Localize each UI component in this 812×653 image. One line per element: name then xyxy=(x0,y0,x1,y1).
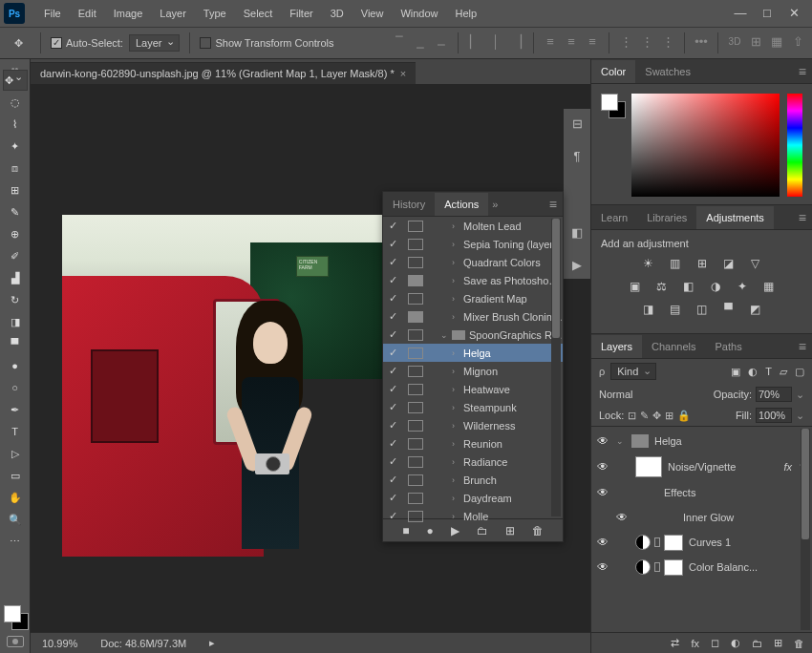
action-row[interactable]: ✓›Mixer Brush Cloning... xyxy=(383,307,563,326)
quick-mask-icon[interactable] xyxy=(7,636,24,647)
menu-file[interactable]: File xyxy=(36,4,69,23)
doc-info[interactable]: Doc: 48.6M/97.3M xyxy=(100,638,186,649)
layer-row[interactable]: 👁Noise/Vignettefx⌃ xyxy=(591,453,812,480)
hue-slider[interactable] xyxy=(787,94,802,197)
layers-tab[interactable]: Layers xyxy=(591,335,642,358)
new-fill-icon[interactable]: ◐ xyxy=(731,637,740,649)
brush-tool[interactable]: ✐ xyxy=(3,245,28,266)
menu-3d[interactable]: 3D xyxy=(323,4,352,23)
layers-panel-menu-icon[interactable]: ≡ xyxy=(793,339,812,354)
layer-row[interactable]: 👁Curves 1 xyxy=(591,530,812,555)
action-row[interactable]: ✓›Reunion xyxy=(383,434,563,453)
minimize-button[interactable]: — xyxy=(734,7,747,20)
eyedropper-tool[interactable]: ✎ xyxy=(3,201,28,222)
action-row[interactable]: ✓›Heatwave xyxy=(383,380,563,398)
menu-edit[interactable]: Edit xyxy=(71,4,104,23)
distribute-top-icon[interactable]: ≡ xyxy=(542,32,559,50)
menu-window[interactable]: Window xyxy=(393,4,445,23)
close-button[interactable]: ✕ xyxy=(787,7,801,20)
learn-tab[interactable]: Learn xyxy=(591,206,637,229)
arrange-icon[interactable]: ▦ xyxy=(768,32,785,50)
auto-select-target-dropdown[interactable]: Layer xyxy=(129,34,181,52)
lock-transparent-icon[interactable]: ⊡ xyxy=(628,410,636,422)
adjustments-panel-menu-icon[interactable]: ≡ xyxy=(793,210,812,225)
levels-icon[interactable]: ▥ xyxy=(667,257,684,270)
type-tool[interactable]: T xyxy=(3,421,28,442)
color-swatches[interactable] xyxy=(4,605,21,622)
hue-sat-icon[interactable]: ▣ xyxy=(627,280,644,293)
bw-icon[interactable]: ◧ xyxy=(680,280,697,293)
record-icon[interactable]: ● xyxy=(427,524,434,537)
filter-smart-icon[interactable]: ▢ xyxy=(795,366,804,378)
new-set-icon[interactable]: 🗀 xyxy=(477,524,488,537)
selective-color-icon[interactable]: ◩ xyxy=(747,303,764,316)
canvas-area[interactable]: CITIZEN FARM ⊟ ¶ ◧ ▶ History xyxy=(31,84,590,632)
filter-adjust-icon[interactable]: ◐ xyxy=(748,366,758,378)
action-row[interactable]: ✓›Helga xyxy=(383,344,563,362)
color-foreground-background[interactable] xyxy=(601,94,624,195)
layers-scrollbar[interactable] xyxy=(801,429,810,630)
action-row[interactable]: ✓›Quadrant Colors xyxy=(383,253,563,271)
align-bottom-icon[interactable]: ⎽ xyxy=(433,32,450,50)
lock-position-icon[interactable]: ✥ xyxy=(652,410,661,422)
menu-layer[interactable]: Layer xyxy=(152,4,194,23)
filter-pixel-icon[interactable]: ▣ xyxy=(731,366,740,378)
document-tab[interactable]: darwin-kong-602890-unsplash.jpg @ 11% (G… xyxy=(31,62,416,84)
layer-row[interactable]: 👁Inner Glow xyxy=(591,505,812,530)
action-row[interactable]: ✓›Mignon xyxy=(383,362,563,380)
action-row[interactable]: ✓⌄SpoonGraphics Retr... xyxy=(383,326,563,344)
align-right-icon[interactable]: ▕ xyxy=(508,32,525,50)
menu-type[interactable]: Type xyxy=(196,4,234,23)
brightness-icon[interactable]: ☀ xyxy=(640,257,657,270)
menu-image[interactable]: Image xyxy=(106,4,151,23)
status-arrow-icon[interactable]: ▸ xyxy=(209,637,215,649)
stamp-tool[interactable]: ▟ xyxy=(3,267,28,288)
gradient-tool[interactable]: ▀ xyxy=(3,333,28,354)
action-row[interactable]: ✓›Daydream xyxy=(383,489,563,507)
channels-tab[interactable]: Channels xyxy=(642,335,705,358)
align-vcenter-icon[interactable]: ⎯ xyxy=(412,32,429,50)
opacity-input[interactable] xyxy=(756,387,792,402)
adjustments-tab[interactable]: Adjustments xyxy=(696,206,774,229)
actions-scrollbar[interactable] xyxy=(551,219,561,516)
vibrance-icon[interactable]: ▽ xyxy=(747,257,764,270)
paragraph-panel-icon[interactable]: ¶ xyxy=(568,147,586,164)
char-panel-icon[interactable]: ⊟ xyxy=(568,115,586,132)
paths-tab[interactable]: Paths xyxy=(706,335,752,358)
blur-tool[interactable]: ● xyxy=(3,355,28,376)
gradient-map-icon[interactable]: ▀ xyxy=(720,303,737,316)
exposure-icon[interactable]: ◪ xyxy=(720,257,737,270)
menu-help[interactable]: Help xyxy=(448,4,485,23)
healing-tool[interactable]: ⊕ xyxy=(3,223,28,244)
lasso-tool[interactable]: ⌇ xyxy=(3,114,28,135)
align-left-icon[interactable]: ▏ xyxy=(466,32,483,50)
eraser-tool[interactable]: ◨ xyxy=(3,311,28,332)
action-row[interactable]: ✓›Sepia Toning (layer) xyxy=(383,235,563,253)
tab-close-icon[interactable]: × xyxy=(400,68,406,79)
auto-select-checkbox[interactable]: ✓Auto-Select: xyxy=(51,37,123,49)
quick-select-tool[interactable]: ✦ xyxy=(3,136,28,157)
hand-tool[interactable]: ✋ xyxy=(3,487,28,508)
color-field[interactable] xyxy=(631,94,780,197)
actions-tab[interactable]: Actions xyxy=(435,193,488,216)
menu-select[interactable]: Select xyxy=(236,4,281,23)
fill-input[interactable] xyxy=(756,408,792,423)
color-lookup-icon[interactable]: ▦ xyxy=(760,280,778,293)
edit-toolbar[interactable]: ⋯ xyxy=(3,531,28,552)
threshold-icon[interactable]: ◫ xyxy=(694,303,711,316)
styles-panel-icon[interactable]: ◧ xyxy=(568,223,586,241)
new-layer-icon[interactable]: ⊞ xyxy=(774,637,782,649)
share-icon[interactable]: ⇧ xyxy=(789,32,806,50)
show-transform-checkbox[interactable]: Show Transform Controls xyxy=(200,37,333,49)
color-panel-menu-icon[interactable]: ≡ xyxy=(793,64,812,79)
maximize-button[interactable]: □ xyxy=(760,7,774,20)
path-select-tool[interactable]: ▷ xyxy=(3,443,28,464)
rectangle-tool[interactable]: ▭ xyxy=(3,465,28,486)
gpu-icon[interactable]: ⊞ xyxy=(747,32,764,50)
layer-style-icon[interactable]: fx xyxy=(691,638,699,649)
layer-row[interactable]: 👁⌄Helga xyxy=(591,429,812,453)
layer-row[interactable]: 👁Color Balanc... xyxy=(591,555,812,579)
swatches-tab[interactable]: Swatches xyxy=(635,60,700,83)
collapse-icon[interactable]: » xyxy=(488,199,502,210)
action-row[interactable]: ✓›Wilderness xyxy=(383,416,563,434)
